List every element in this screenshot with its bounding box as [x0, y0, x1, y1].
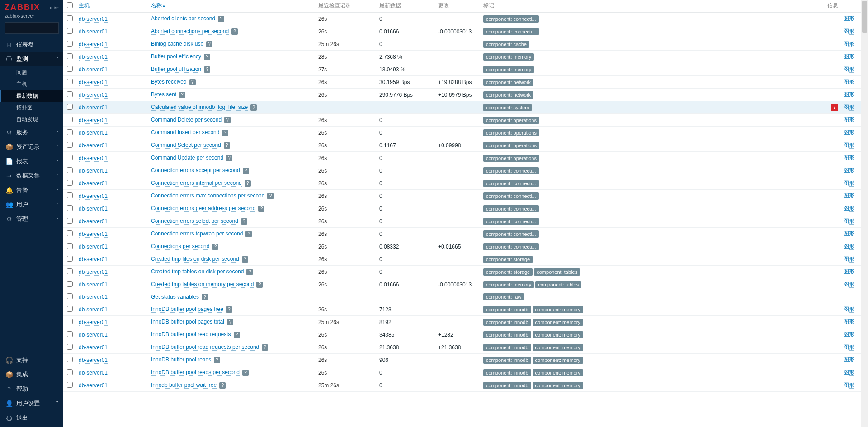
tag[interactable]: component: connecti...: [483, 205, 539, 212]
tag[interactable]: component: innodb: [483, 357, 531, 364]
item-name-link[interactable]: InnoDB buffer pool read requests: [151, 331, 231, 338]
select-all-checkbox[interactable]: [67, 2, 73, 8]
host-link[interactable]: db-server01: [79, 117, 108, 124]
nav-sub-最新数据[interactable]: 最新数据: [0, 90, 63, 102]
host-link[interactable]: db-server01: [79, 269, 108, 276]
scrollbar-thumb[interactable]: [862, 1, 867, 33]
item-name-link[interactable]: Innodb buffer pool wait free: [151, 382, 217, 389]
help-icon[interactable]: ?: [246, 269, 253, 275]
row-checkbox[interactable]: [67, 53, 73, 59]
tag[interactable]: component: storage: [483, 256, 533, 263]
help-icon[interactable]: ?: [243, 168, 249, 174]
host-link[interactable]: db-server01: [79, 256, 108, 263]
graph-link[interactable]: 图形: [844, 357, 854, 363]
item-name-link[interactable]: Connection errors accept per second: [151, 167, 240, 174]
tag[interactable]: component: memory: [533, 369, 583, 376]
row-checkbox[interactable]: [67, 167, 73, 173]
item-name-link[interactable]: Calculated value of innodb_log_file_size: [151, 104, 248, 111]
item-name-link[interactable]: Connections per second: [151, 243, 209, 250]
tag[interactable]: component: connecti...: [483, 15, 539, 23]
item-name-link[interactable]: Connection errors internal per second: [151, 180, 242, 187]
host-link[interactable]: db-server01: [79, 319, 108, 326]
row-checkbox[interactable]: [67, 256, 73, 262]
graph-link[interactable]: 图形: [844, 218, 854, 225]
graph-link[interactable]: 图形: [844, 28, 854, 35]
graph-link[interactable]: 图形: [844, 142, 854, 149]
row-checkbox[interactable]: [67, 230, 73, 236]
tag[interactable]: component: memory: [533, 331, 583, 338]
row-checkbox[interactable]: [67, 205, 73, 211]
tag[interactable]: component: connecti...: [483, 28, 539, 35]
graph-link[interactable]: 图形: [844, 41, 854, 47]
tag[interactable]: component: storage: [483, 268, 533, 276]
host-link[interactable]: db-server01: [79, 92, 108, 99]
tag[interactable]: component: raw: [483, 293, 524, 300]
tag[interactable]: component: connecti...: [483, 243, 539, 250]
host-link[interactable]: db-server01: [79, 282, 108, 288]
nav-item-监测[interactable]: 🖵监测˄: [0, 52, 63, 66]
tag[interactable]: component: cache: [483, 41, 529, 48]
tag[interactable]: component: innodb: [483, 331, 531, 338]
help-icon[interactable]: ?: [262, 344, 268, 351]
graph-link[interactable]: 图形: [844, 167, 854, 174]
host-link[interactable]: db-server01: [79, 306, 108, 313]
item-name-link[interactable]: Binlog cache disk use: [151, 41, 203, 47]
graph-link[interactable]: 图形: [844, 180, 854, 187]
help-icon[interactable]: ?: [242, 370, 249, 376]
row-checkbox[interactable]: [67, 142, 73, 148]
nav-item-告警[interactable]: 🔔告警˅: [0, 183, 63, 197]
nav-sub-主机[interactable]: 主机: [0, 78, 63, 90]
item-name-link[interactable]: InnoDB buffer pool pages total: [151, 319, 224, 325]
help-icon[interactable]: ?: [218, 16, 224, 22]
row-checkbox[interactable]: [67, 41, 73, 47]
help-icon[interactable]: ?: [267, 193, 274, 199]
graph-link[interactable]: 图形: [844, 15, 854, 22]
row-checkbox[interactable]: [67, 192, 73, 198]
graph-link[interactable]: 图形: [844, 243, 854, 250]
nav-footer-退出[interactable]: ⏻退出: [0, 411, 63, 425]
item-name-link[interactable]: InnoDB buffer pool pages free: [151, 306, 223, 313]
graph-link[interactable]: 图形: [844, 281, 854, 288]
graph-link[interactable]: 图形: [844, 79, 854, 85]
host-link[interactable]: db-server01: [79, 168, 108, 174]
help-icon[interactable]: ?: [179, 92, 185, 98]
help-icon[interactable]: ?: [226, 155, 232, 161]
host-link[interactable]: db-server01: [79, 180, 108, 187]
item-name-link[interactable]: Command Select per second: [151, 142, 221, 149]
logo[interactable]: ZABBIX: [5, 3, 40, 12]
tag[interactable]: component: innodb: [483, 382, 531, 389]
row-checkbox[interactable]: [67, 129, 73, 135]
host-link[interactable]: db-server01: [79, 206, 108, 212]
item-name-link[interactable]: Bytes received: [151, 79, 187, 85]
graph-link[interactable]: 图形: [844, 205, 854, 212]
item-name-link[interactable]: Created tmp tables on memory per second: [151, 281, 254, 288]
host-link[interactable]: db-server01: [79, 142, 108, 149]
col-name[interactable]: 名称▲: [148, 0, 316, 13]
tag[interactable]: component: memory: [533, 319, 583, 326]
help-icon[interactable]: ?: [256, 282, 263, 288]
row-checkbox[interactable]: [67, 369, 73, 375]
item-name-link[interactable]: Connection errors max connections per se…: [151, 192, 264, 199]
row-checkbox[interactable]: [67, 306, 73, 312]
help-icon[interactable]: ?: [204, 66, 210, 73]
nav-item-报表[interactable]: 📄报表˅: [0, 154, 63, 169]
host-link[interactable]: db-server01: [79, 370, 108, 376]
tag[interactable]: component: operations: [483, 117, 539, 124]
help-icon[interactable]: ?: [206, 41, 212, 47]
nav-item-仪表盘[interactable]: ⊞仪表盘: [0, 38, 63, 52]
help-icon[interactable]: ?: [258, 206, 264, 212]
row-checkbox[interactable]: [67, 382, 73, 388]
item-name-link[interactable]: Aborted connections per second: [151, 28, 229, 35]
host-link[interactable]: db-server01: [79, 28, 108, 35]
item-name-link[interactable]: Connection errors tcpwrap per second: [151, 230, 243, 237]
row-checkbox[interactable]: [67, 218, 73, 224]
row-checkbox[interactable]: [67, 180, 73, 186]
item-name-link[interactable]: Connection errors select per second: [151, 218, 238, 225]
help-icon[interactable]: ?: [202, 294, 208, 300]
help-icon[interactable]: ?: [224, 142, 230, 149]
graph-link[interactable]: 图形: [844, 230, 854, 237]
graph-link[interactable]: 图形: [844, 155, 854, 161]
nav-item-管理[interactable]: ⚙管理˅: [0, 212, 63, 226]
graph-link[interactable]: 图形: [844, 192, 854, 199]
tag[interactable]: component: tables: [534, 268, 580, 276]
